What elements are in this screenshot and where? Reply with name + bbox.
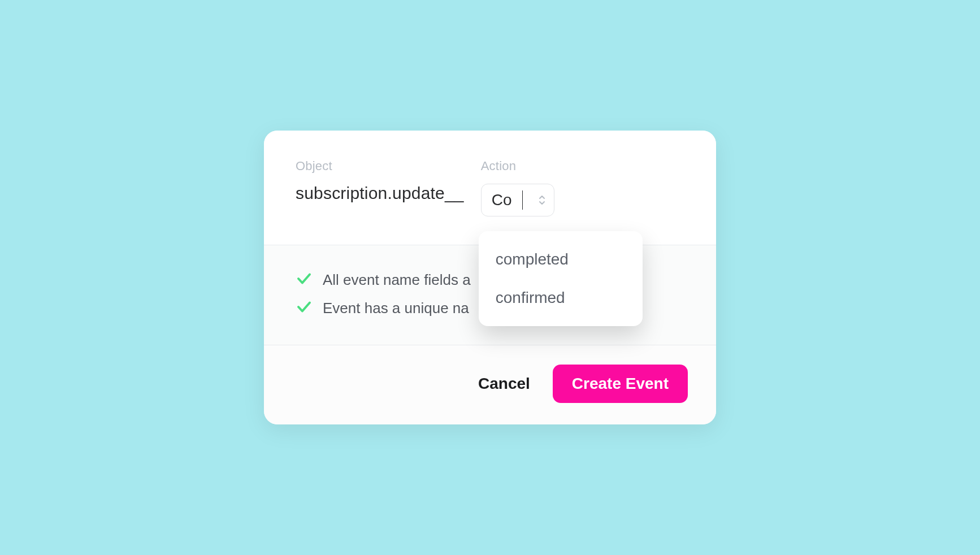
action-combobox[interactable] (481, 184, 554, 216)
action-field-group: Action completed confirmed (481, 159, 554, 216)
create-event-button[interactable]: Create Event (553, 365, 688, 403)
dialog-footer: Cancel Create Event (264, 345, 716, 424)
object-label: Object (296, 159, 464, 174)
cancel-button[interactable]: Cancel (478, 375, 530, 393)
check-icon (296, 270, 313, 289)
check-icon (296, 298, 313, 318)
chevrons-up-down-icon (538, 194, 546, 206)
text-cursor (522, 190, 523, 210)
create-event-dialog: Object subscription.update__ Action comp… (264, 131, 716, 424)
action-input[interactable] (492, 191, 523, 209)
object-field-group: Object subscription.update__ (296, 159, 464, 203)
dropdown-item[interactable]: confirmed (479, 279, 643, 317)
object-value: subscription.update__ (296, 184, 464, 203)
action-label: Action (481, 159, 554, 174)
form-row: Object subscription.update__ Action comp… (264, 131, 716, 245)
validation-text: Event has a unique na (323, 300, 469, 317)
validation-text: All event name fields a (323, 271, 471, 289)
action-dropdown: completed confirmed (479, 231, 643, 326)
dropdown-item[interactable]: completed (479, 240, 643, 279)
